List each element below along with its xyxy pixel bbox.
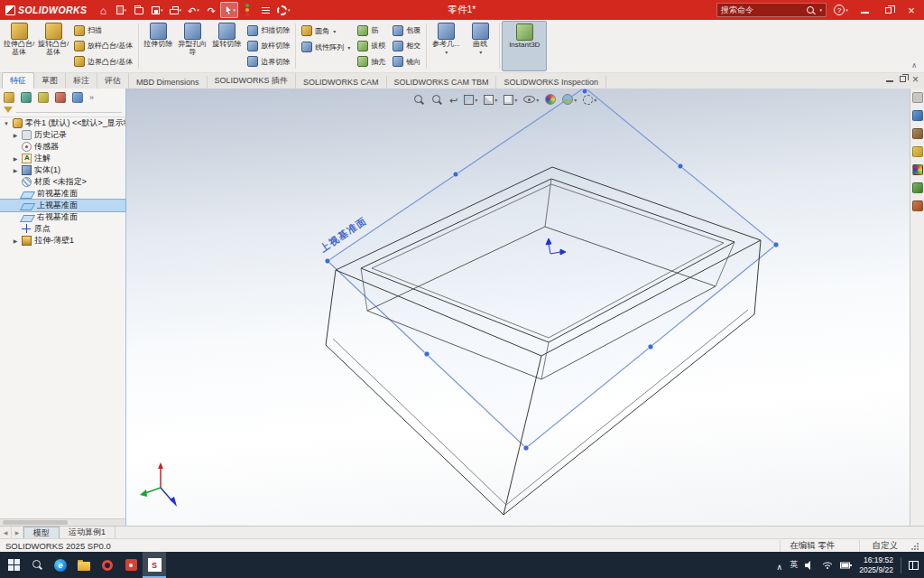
undo-button[interactable]: ▾: [184, 2, 202, 18]
tab-model[interactable]: 模型: [23, 527, 60, 538]
extrude-boss-button[interactable]: 拉伸凸台/基体: [2, 21, 36, 71]
edge-button[interactable]: e: [49, 552, 72, 578]
panel-overflow-icon[interactable]: [89, 93, 94, 102]
custom-properties-tab-icon[interactable]: [912, 182, 923, 193]
reference-geometry-button[interactable]: 参考几...: [429, 21, 463, 71]
filter-input[interactable]: [16, 107, 122, 113]
edit-appearance-icon[interactable]: [545, 94, 556, 105]
tree-item-extrude-thin[interactable]: 拉伸-薄壁1: [0, 235, 125, 247]
intersect-button[interactable]: 相交: [390, 38, 423, 53]
tab-inspection[interactable]: SOLIDWORKS Inspection: [496, 76, 606, 89]
caret-icon[interactable]: [12, 132, 19, 138]
zoom-area-icon[interactable]: [431, 94, 443, 106]
loft-button[interactable]: 放样凸台/基体: [71, 38, 135, 53]
tree-item-sensors[interactable]: 传感器: [0, 141, 125, 153]
tree-item-right-plane[interactable]: 右视基准面: [0, 211, 125, 223]
tab-evaluate[interactable]: 评估: [97, 73, 129, 89]
browser-button[interactable]: [96, 552, 119, 578]
help-button[interactable]: ▾: [832, 2, 850, 18]
tab-scroll-right-icon[interactable]: [12, 527, 23, 538]
revolve-boss-button[interactable]: 旋转凸台/基体: [36, 21, 70, 71]
featuremanager-tab-icon[interactable]: [4, 92, 14, 103]
design-library-tab-icon[interactable]: [912, 128, 923, 139]
speaker-icon[interactable]: [805, 561, 815, 570]
rebuild-button[interactable]: [238, 2, 256, 18]
model-view[interactable]: [126, 89, 910, 526]
tree-item-root[interactable]: 零件1 (默认) <<默认>_显示状态: [0, 117, 125, 129]
file-explorer-button[interactable]: [72, 552, 96, 578]
battery-icon[interactable]: [840, 562, 852, 569]
caret-icon[interactable]: [3, 121, 10, 126]
extrude-cut-button[interactable]: 拉伸切除: [141, 21, 175, 71]
red-app-button[interactable]: [119, 552, 143, 578]
boundary-button[interactable]: 边界凸台/基体: [71, 54, 135, 70]
tab-addins[interactable]: SOLIDWORKS 插件: [208, 73, 297, 89]
caret-icon[interactable]: [12, 167, 19, 173]
clock[interactable]: 16:19:52 2025/9/22: [859, 555, 893, 573]
tree-item-history[interactable]: 历史记录: [0, 129, 125, 141]
hole-wizard-button[interactable]: 异型孔向导: [175, 21, 209, 71]
tab-scroll-left-icon[interactable]: [0, 527, 12, 538]
appearances-tab-icon[interactable]: [912, 164, 923, 175]
mirror-button[interactable]: 镜向: [390, 54, 423, 70]
minimize-button[interactable]: [855, 2, 873, 18]
shell-button[interactable]: 抽壳: [355, 54, 388, 70]
tab-sketch[interactable]: 草图: [34, 73, 66, 89]
tree-item-solid-bodies[interactable]: 实体(1): [0, 164, 125, 176]
solidworks-taskbar-button[interactable]: S: [143, 552, 166, 578]
redo-button[interactable]: [202, 2, 220, 18]
top-plane-selection[interactable]: [328, 89, 776, 448]
dimxpertmanager-tab-icon[interactable]: [55, 92, 66, 103]
doc-restore-icon[interactable]: [900, 76, 906, 82]
sweep-button[interactable]: 扫描: [71, 23, 135, 38]
display-style-icon[interactable]: [504, 95, 517, 105]
hide-show-icon[interactable]: [523, 96, 539, 103]
tab-cam[interactable]: SOLIDWORKS CAM: [296, 76, 387, 89]
file-explorer-tab-icon[interactable]: [912, 146, 923, 157]
rib-button[interactable]: 筋: [355, 23, 388, 38]
new-document-button[interactable]: ▾: [112, 2, 130, 18]
home-button[interactable]: [94, 2, 112, 18]
taskbar-search-button[interactable]: [25, 552, 49, 578]
tab-markup[interactable]: 标注: [66, 73, 97, 89]
tab-features[interactable]: 特征: [2, 72, 34, 89]
resources-tab-icon[interactable]: [912, 110, 923, 121]
instant3d-toggle-button[interactable]: Instant3D: [502, 21, 547, 71]
zoom-fit-icon[interactable]: [413, 94, 425, 106]
fillet-button[interactable]: 圆角: [299, 23, 353, 39]
save-button[interactable]: ▾: [148, 2, 166, 18]
tree-item-annotations[interactable]: 注解: [0, 153, 125, 164]
tree-item-origin[interactable]: 原点: [0, 223, 125, 235]
previous-view-icon[interactable]: [449, 91, 457, 107]
start-button[interactable]: [2, 552, 25, 578]
curves-button[interactable]: 曲线: [463, 21, 497, 71]
graphics-viewport[interactable]: 上视基准面: [126, 89, 910, 526]
task-pane-collapse-icon[interactable]: [912, 92, 923, 103]
options-button[interactable]: ▾: [274, 2, 292, 18]
close-button[interactable]: [902, 2, 920, 18]
doc-close-icon[interactable]: [912, 70, 919, 87]
tab-cam-tbm[interactable]: SOLIDWORKS CAM TBM: [387, 76, 497, 89]
tree-filter-row[interactable]: [0, 105, 125, 117]
tree-horizontal-scrollbar[interactable]: [0, 518, 125, 526]
doc-minimize-icon[interactable]: [886, 76, 893, 82]
tab-motion-study[interactable]: 运动算例1: [60, 527, 116, 538]
tab-mbd-dimensions[interactable]: MBD Dimensions: [129, 76, 208, 89]
tree-item-front-plane[interactable]: 前视基准面: [0, 188, 125, 200]
open-document-button[interactable]: [130, 2, 148, 18]
select-tool-button[interactable]: ▾: [220, 2, 238, 18]
section-view-icon[interactable]: [464, 95, 477, 105]
tree-item-top-plane[interactable]: 上视基准面: [0, 200, 125, 211]
caret-icon[interactable]: [12, 155, 19, 162]
linear-pattern-button[interactable]: 线性阵列: [299, 39, 353, 55]
command-search-input[interactable]: 搜索命令 ▾: [716, 3, 827, 17]
print-button[interactable]: ▾: [166, 2, 184, 18]
tray-expand-icon[interactable]: [777, 557, 783, 573]
apply-scene-icon[interactable]: [562, 94, 577, 105]
displaymanager-tab-icon[interactable]: [72, 92, 83, 103]
view-orientation-icon[interactable]: [484, 95, 497, 105]
restore-button[interactable]: [879, 2, 897, 18]
forum-tab-icon[interactable]: [912, 200, 923, 211]
customize-menu[interactable]: 自定义: [859, 540, 911, 552]
propertymanager-tab-icon[interactable]: [21, 92, 32, 103]
